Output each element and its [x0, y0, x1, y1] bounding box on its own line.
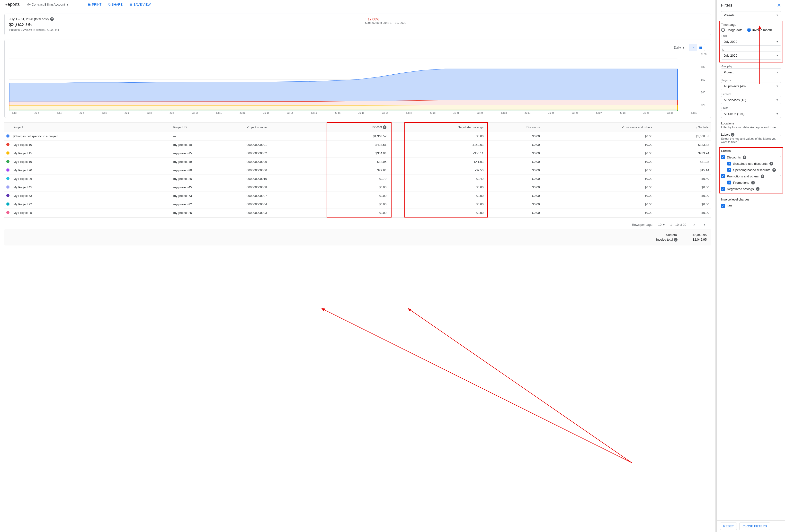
rows-per-page-select[interactable]: 10 ▼: [658, 223, 665, 227]
help-icon[interactable]: ?: [50, 17, 54, 21]
radio-usage-date[interactable]: Usage date: [721, 28, 743, 32]
col-project-id[interactable]: Project ID: [172, 123, 245, 132]
help-icon[interactable]: ?: [383, 126, 386, 129]
cell-list-cost: $0.79: [325, 175, 388, 183]
cell-project-number: 000000000008: [245, 183, 325, 192]
close-filters-button[interactable]: CLOSE FILTERS: [739, 523, 770, 530]
col-discounts[interactable]: Discounts: [485, 123, 541, 132]
groupby-select[interactable]: Project▼: [721, 68, 781, 76]
reset-button[interactable]: RESET: [720, 523, 737, 530]
line-chart-icon[interactable]: 〜: [689, 44, 697, 51]
x-tick-label: Jul 3: [34, 112, 39, 114]
services-label: Services: [721, 92, 781, 96]
x-tick-label: Jul 31: [691, 112, 697, 114]
help-icon[interactable]: ?: [743, 156, 746, 159]
services-select[interactable]: All services (16)▼: [721, 96, 781, 104]
cell-promotions: $0.00: [542, 183, 654, 192]
check-sustained[interactable]: ✓Sustained use discounts ?: [721, 160, 781, 167]
caret-down-icon: ▼: [776, 112, 779, 115]
cell-negotiated-savings: -$0.40: [388, 175, 485, 183]
chevron-up-icon[interactable]: ⌃: [779, 156, 781, 159]
cell-project-number: 000000000007: [245, 192, 325, 200]
col-project[interactable]: Project: [11, 123, 172, 132]
cell-discounts: $0.00: [485, 141, 541, 149]
help-icon[interactable]: ?: [731, 133, 734, 137]
x-tick-label: Jul 24: [525, 112, 530, 114]
chevron-down-icon[interactable]: ⌄: [779, 133, 781, 136]
chart-granularity[interactable]: Daily ▼: [674, 46, 685, 49]
filters-panel: Filters ✕ Presets▼ Time range Usage date…: [717, 0, 785, 532]
col-promotions[interactable]: Promotions and others: [542, 123, 654, 132]
table-row[interactable]: My Project 45 my-project-45 000000000008…: [4, 183, 711, 192]
col-negotiated-savings[interactable]: Negotiated savings: [388, 123, 485, 132]
pager-next[interactable]: ›: [702, 222, 708, 228]
table-row[interactable]: [Charges not specific to a project] — $1…: [4, 132, 711, 141]
checkbox-icon: ✓: [721, 187, 725, 191]
bar-chart-icon[interactable]: ▮▮: [697, 44, 705, 51]
check-discounts[interactable]: ✓Discounts ?: [721, 154, 746, 160]
save-view-button[interactable]: ▤SAVE VIEW: [129, 3, 151, 6]
x-tick-label: Jul 2: [12, 112, 17, 114]
sort-down-icon: ↓: [695, 126, 697, 129]
print-button[interactable]: 🖶PRINT: [87, 3, 101, 6]
x-tick-label: Jul 16: [335, 112, 340, 114]
check-promotions-others[interactable]: ✓Promotions and others ?: [721, 173, 764, 179]
table-row[interactable]: My Project 26 my-project-26 000000000010…: [4, 175, 711, 183]
content-scroll[interactable]: July 1 – 31, 2020 (total cost) ? $2,042.…: [0, 9, 715, 532]
check-promotions[interactable]: ✓Promotions ?: [721, 179, 781, 186]
cell-negotiated-savings: $0.00: [388, 183, 485, 192]
skus-select[interactable]: All SKUs (194)▼: [721, 110, 781, 118]
radio-invoice-month[interactable]: Invoice month: [747, 28, 772, 32]
presets-select[interactable]: Presets▼: [721, 11, 781, 19]
summary-card: July 1 – 31, 2020 (total cost) ? $2,042.…: [4, 14, 711, 35]
cell-negotiated-savings: $0.00: [388, 192, 485, 200]
labels-title[interactable]: Labels ?: [721, 133, 734, 137]
help-icon[interactable]: ?: [756, 187, 759, 191]
help-icon[interactable]: ?: [751, 181, 755, 184]
cell-promotions: $0.00: [542, 149, 654, 158]
subtotal-label: Subtotal: [666, 233, 678, 237]
caret-down-icon: ▼: [66, 3, 69, 6]
chart-svg: [9, 53, 706, 111]
check-tax[interactable]: ✓Tax: [721, 203, 781, 209]
save-icon: ▤: [129, 3, 132, 6]
cell-project-number: 000000000004: [245, 200, 325, 209]
table-row[interactable]: My Project 15 my-project-15 000000000002…: [4, 149, 711, 158]
check-negotiated-savings[interactable]: ✓Negotiated savings ?: [721, 186, 781, 192]
cell-project: My Project 19: [11, 158, 172, 166]
check-spending[interactable]: ✓Spending based discounts ?: [721, 167, 781, 173]
pager-prev[interactable]: ‹: [691, 222, 697, 228]
to-select[interactable]: July 2020▼: [721, 52, 781, 59]
billing-account-select[interactable]: My Contract Billing Account ▼: [26, 3, 69, 6]
table-row[interactable]: My Project 22 my-project-22 000000000004…: [4, 200, 711, 209]
locations-title[interactable]: Locations: [721, 122, 734, 125]
projects-select[interactable]: All projects (40)▼: [721, 82, 781, 90]
col-project-number[interactable]: Project number: [245, 123, 325, 132]
cell-subtotal: $0.40: [654, 175, 711, 183]
table-row[interactable]: My Project 19 my-project-19 000000000009…: [4, 158, 711, 166]
close-icon[interactable]: ✕: [777, 2, 781, 8]
chevron-up-icon[interactable]: ⌃: [779, 175, 781, 178]
col-subtotal[interactable]: ↓ Subtotal: [654, 123, 711, 132]
help-icon[interactable]: ?: [761, 175, 764, 178]
share-button[interactable]: ⧉SHARE: [108, 3, 123, 6]
series-color-dot: [6, 177, 9, 180]
table-header-row: Project Project ID Project number List c…: [4, 123, 711, 132]
table-row[interactable]: My Project 20 my-project-20 000000000006…: [4, 166, 711, 175]
page-title: Reports: [4, 2, 20, 7]
help-icon[interactable]: ?: [769, 162, 773, 165]
table-row[interactable]: My Project 25 my-project-25 000000000003…: [4, 209, 711, 217]
chevron-down-icon[interactable]: ⌄: [779, 122, 781, 125]
from-select[interactable]: July 2020▼: [721, 38, 781, 46]
table-row[interactable]: My Project 10 my-project-10 000000000001…: [4, 141, 711, 149]
table-row[interactable]: My Project 73 my-project-73 000000000007…: [4, 192, 711, 200]
projects-label: Projects: [721, 79, 781, 82]
help-icon[interactable]: ?: [674, 238, 678, 242]
link-icon: ⧉: [108, 3, 110, 6]
col-list-cost[interactable]: List cost ?: [325, 123, 388, 132]
x-tick-label: Jul 12: [239, 112, 245, 114]
print-icon: 🖶: [87, 3, 91, 6]
cell-list-cost: $493.51: [325, 141, 388, 149]
cell-project: My Project 73: [11, 192, 172, 200]
help-icon[interactable]: ?: [773, 168, 776, 172]
